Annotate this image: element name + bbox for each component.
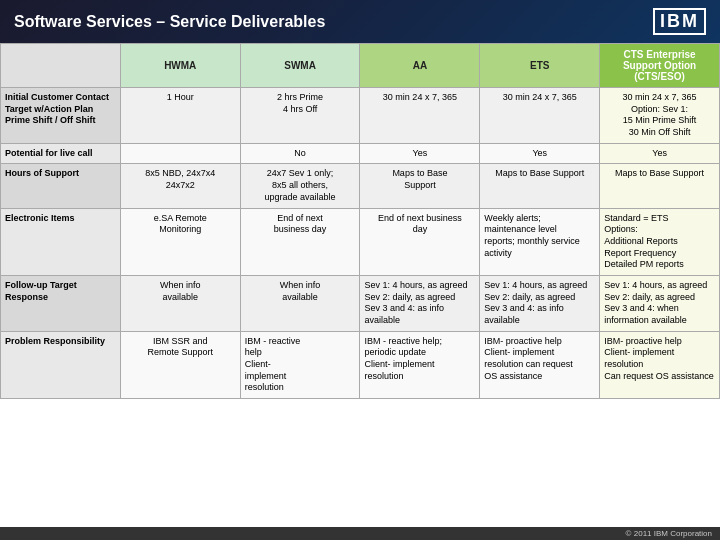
col-header-empty [1,44,121,88]
table-header-row: HWMA SWMA AA ETS CTS Enterprise Support … [1,44,720,88]
col-header-hwma: HWMA [120,44,240,88]
cell-ets-problem: IBM- proactive helpClient- implement res… [480,331,600,398]
cell-cts-problem: IBM- proactive helpClient- implement res… [600,331,720,398]
cell-swma-problem: IBM - reactivehelpClient-implementresolu… [240,331,360,398]
cell-hwma-problem: IBM SSR andRemote Support [120,331,240,398]
cell-hwma-initial: 1 Hour [120,88,240,144]
footer-bar: © 2011 IBM Corporation [0,527,720,540]
cell-aa-followup: Sev 1: 4 hours, as agreedSev 2: daily, a… [360,275,480,331]
row-label-problem: Problem Responsibility [1,331,121,398]
cell-cts-hours: Maps to Base Support [600,164,720,208]
ibm-logo: IBM [653,8,706,35]
cell-aa-electronic: End of next businessday [360,208,480,275]
copyright-text: © 2011 IBM Corporation [626,529,712,538]
cell-hwma-livecall [120,143,240,164]
table-container: HWMA SWMA AA ETS CTS Enterprise Support … [0,43,720,527]
row-label-electronic: Electronic Items [1,208,121,275]
cell-aa-initial: 30 min 24 x 7, 365 [360,88,480,144]
cell-hwma-followup: When infoavailable [120,275,240,331]
cell-cts-followup: Sev 1: 4 hours, as agreedSev 2: daily, a… [600,275,720,331]
page-title: Software Services – Service Deliverables [14,13,325,31]
page-header: Software Services – Service Deliverables… [0,0,720,43]
table-row: Problem Responsibility IBM SSR andRemote… [1,331,720,398]
cell-ets-electronic: Weekly alerts;maintenance levelreports; … [480,208,600,275]
cell-swma-livecall: No [240,143,360,164]
page-wrapper: Software Services – Service Deliverables… [0,0,720,540]
table-row: Electronic Items e.SA RemoteMonitoring E… [1,208,720,275]
col-header-aa: AA [360,44,480,88]
cell-swma-hours: 24x7 Sev 1 only;8x5 all others,upgrade a… [240,164,360,208]
cell-aa-problem: IBM - reactive help;periodic updateClien… [360,331,480,398]
table-row: Follow-up TargetResponse When infoavaila… [1,275,720,331]
cell-hwma-hours: 8x5 NBD, 24x7x424x7x2 [120,164,240,208]
table-row: Initial Customer Contact Target w/Action… [1,88,720,144]
cell-aa-livecall: Yes [360,143,480,164]
table-row: Potential for live call No Yes Yes Yes [1,143,720,164]
col-header-swma: SWMA [240,44,360,88]
cell-aa-hours: Maps to BaseSupport [360,164,480,208]
col-header-ets: ETS [480,44,600,88]
row-label-initial-contact: Initial Customer Contact Target w/Action… [1,88,121,144]
cell-ets-followup: Sev 1: 4 hours, as agreedSev 2: daily, a… [480,275,600,331]
cell-cts-initial: 30 min 24 x 7, 365Option: Sev 1:15 Min P… [600,88,720,144]
cell-cts-livecall: Yes [600,143,720,164]
cell-ets-livecall: Yes [480,143,600,164]
table-row: Hours of Support 8x5 NBD, 24x7x424x7x2 2… [1,164,720,208]
col-header-cts: CTS Enterprise Support Option (CTS/ESO) [600,44,720,88]
cell-swma-initial: 2 hrs Prime4 hrs Off [240,88,360,144]
cell-swma-followup: When infoavailable [240,275,360,331]
row-label-live-call: Potential for live call [1,143,121,164]
row-label-hours-support: Hours of Support [1,164,121,208]
deliverables-table: HWMA SWMA AA ETS CTS Enterprise Support … [0,43,720,399]
cell-cts-electronic: Standard = ETSOptions:Additional Reports… [600,208,720,275]
cell-ets-initial: 30 min 24 x 7, 365 [480,88,600,144]
row-label-followup: Follow-up TargetResponse [1,275,121,331]
cell-hwma-electronic: e.SA RemoteMonitoring [120,208,240,275]
cell-ets-hours: Maps to Base Support [480,164,600,208]
cell-swma-electronic: End of nextbusiness day [240,208,360,275]
